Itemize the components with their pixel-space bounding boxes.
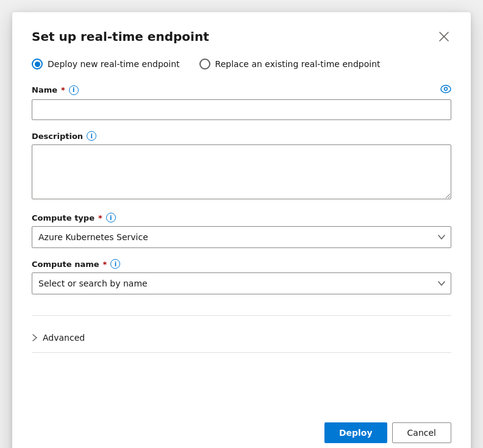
name-label-text: Name xyxy=(32,85,57,94)
name-info-icon[interactable]: i xyxy=(69,85,79,95)
compute-type-select[interactable]: Azure Kubernetes Service Azure Container… xyxy=(32,226,451,248)
name-field: Name * i xyxy=(32,84,451,120)
radio-replace-existing[interactable]: Replace an existing real-time endpoint xyxy=(199,59,381,69)
advanced-label: Advanced xyxy=(43,333,85,343)
svg-point-0 xyxy=(441,85,451,93)
compute-name-label-row: Compute name * i xyxy=(32,259,451,269)
compute-type-info-icon[interactable]: i xyxy=(106,213,116,222)
compute-type-required-star: * xyxy=(98,213,102,222)
close-icon xyxy=(439,32,449,41)
description-textarea[interactable] xyxy=(32,144,451,199)
compute-type-field: Compute type * i Azure Kubernetes Servic… xyxy=(32,213,451,248)
radio-deploy-new-label: Deploy new real-time endpoint xyxy=(48,59,180,69)
compute-type-label-row: Compute type * i xyxy=(32,213,451,222)
advanced-divider-bottom xyxy=(32,352,451,353)
svg-point-1 xyxy=(445,88,448,91)
name-required-star: * xyxy=(61,85,65,94)
description-label-text: Description xyxy=(32,132,83,141)
modal-header: Set up real-time endpoint xyxy=(32,29,451,44)
compute-name-required-star: * xyxy=(103,260,107,269)
advanced-divider-top xyxy=(32,315,451,316)
deploy-button[interactable]: Deploy xyxy=(324,422,387,443)
compute-name-label-text: Compute name xyxy=(32,260,99,269)
advanced-chevron-icon xyxy=(32,333,38,342)
radio-deploy-new-circle xyxy=(32,59,43,69)
compute-name-select[interactable]: Select or search by name xyxy=(32,272,451,294)
description-field: Description i xyxy=(32,131,451,202)
modal-footer: Deploy Cancel xyxy=(32,398,451,443)
close-button[interactable] xyxy=(437,29,451,44)
compute-name-info-icon[interactable]: i xyxy=(110,259,120,269)
radio-deploy-new[interactable]: Deploy new real-time endpoint xyxy=(32,59,180,69)
compute-name-field: Compute name * i Select or search by nam… xyxy=(32,259,451,294)
modal-title: Set up real-time endpoint xyxy=(32,29,209,44)
name-input[interactable] xyxy=(32,99,451,120)
advanced-section[interactable]: Advanced xyxy=(32,325,451,350)
cancel-button[interactable]: Cancel xyxy=(392,422,451,443)
name-visibility-icon[interactable] xyxy=(440,84,451,96)
compute-name-select-wrapper: Select or search by name xyxy=(32,272,451,294)
description-info-icon[interactable]: i xyxy=(87,131,96,141)
compute-type-label-text: Compute type xyxy=(32,213,95,222)
radio-replace-existing-circle xyxy=(199,59,210,69)
radio-group: Deploy new real-time endpoint Replace an… xyxy=(32,59,451,69)
radio-replace-existing-label: Replace an existing real-time endpoint xyxy=(215,59,381,69)
description-label-row: Description i xyxy=(32,131,451,141)
modal-dialog: Set up real-time endpoint Deploy new rea… xyxy=(12,12,471,448)
compute-type-select-wrapper: Azure Kubernetes Service Azure Container… xyxy=(32,226,451,248)
name-label-row: Name * i xyxy=(32,84,451,96)
